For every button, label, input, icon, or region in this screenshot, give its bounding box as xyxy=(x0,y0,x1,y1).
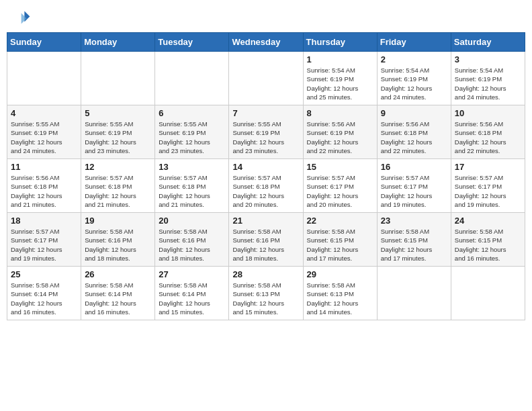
calendar-cell: 24Sunrise: 5:58 AMSunset: 6:15 PMDayligh… xyxy=(451,213,525,267)
day-info: Sunrise: 5:55 AMSunset: 6:19 PMDaylight:… xyxy=(85,120,151,155)
calendar-cell: 7Sunrise: 5:55 AMSunset: 6:19 PMDaylight… xyxy=(229,105,303,159)
calendar-cell: 27Sunrise: 5:58 AMSunset: 6:14 PMDayligh… xyxy=(155,267,229,320)
day-number: 27 xyxy=(159,269,225,279)
calendar-cell: 23Sunrise: 5:58 AMSunset: 6:15 PMDayligh… xyxy=(377,213,451,267)
calendar-week-row: 11Sunrise: 5:56 AMSunset: 6:18 PMDayligh… xyxy=(7,159,525,213)
day-number: 2 xyxy=(381,54,447,64)
day-number: 29 xyxy=(307,269,373,279)
calendar-cell: 5Sunrise: 5:55 AMSunset: 6:19 PMDaylight… xyxy=(81,105,155,159)
calendar-cell: 19Sunrise: 5:58 AMSunset: 6:16 PMDayligh… xyxy=(81,213,155,267)
calendar-cell: 3Sunrise: 5:54 AMSunset: 6:19 PMDaylight… xyxy=(451,52,525,105)
calendar-cell: 14Sunrise: 5:57 AMSunset: 6:18 PMDayligh… xyxy=(229,159,303,213)
day-info: Sunrise: 5:58 AMSunset: 6:13 PMDaylight:… xyxy=(232,281,299,316)
calendar-cell: 25Sunrise: 5:58 AMSunset: 6:14 PMDayligh… xyxy=(7,267,81,320)
day-number: 12 xyxy=(85,162,151,172)
day-of-week-header: Sunday xyxy=(7,33,81,52)
day-of-week-header: Wednesday xyxy=(229,33,303,52)
day-number: 6 xyxy=(159,108,225,118)
day-number: 20 xyxy=(159,216,225,226)
calendar-week-row: 25Sunrise: 5:58 AMSunset: 6:14 PMDayligh… xyxy=(7,267,525,320)
calendar-cell: 12Sunrise: 5:57 AMSunset: 6:18 PMDayligh… xyxy=(81,159,155,213)
calendar-table: SundayMondayTuesdayWednesdayThursdayFrid… xyxy=(7,32,525,320)
day-number: 28 xyxy=(232,269,299,279)
logo xyxy=(9,7,34,28)
day-info: Sunrise: 5:57 AMSunset: 6:18 PMDaylight:… xyxy=(232,173,299,209)
day-number: 4 xyxy=(11,108,77,118)
calendar-cell: 22Sunrise: 5:58 AMSunset: 6:15 PMDayligh… xyxy=(303,213,377,267)
calendar-cell: 10Sunrise: 5:56 AMSunset: 6:18 PMDayligh… xyxy=(451,105,525,159)
day-number: 26 xyxy=(85,269,151,279)
calendar-cell: 15Sunrise: 5:57 AMSunset: 6:17 PMDayligh… xyxy=(303,159,377,213)
day-info: Sunrise: 5:54 AMSunset: 6:19 PMDaylight:… xyxy=(307,66,373,101)
day-number: 13 xyxy=(159,162,225,172)
calendar-cell: 8Sunrise: 5:56 AMSunset: 6:19 PMDaylight… xyxy=(303,105,377,159)
day-info: Sunrise: 5:57 AMSunset: 6:18 PMDaylight:… xyxy=(85,173,151,209)
days-of-week-row: SundayMondayTuesdayWednesdayThursdayFrid… xyxy=(7,33,525,52)
calendar-week-row: 18Sunrise: 5:57 AMSunset: 6:17 PMDayligh… xyxy=(7,213,525,267)
calendar-cell: 26Sunrise: 5:58 AMSunset: 6:14 PMDayligh… xyxy=(81,267,155,320)
day-info: Sunrise: 5:57 AMSunset: 6:18 PMDaylight:… xyxy=(159,173,225,209)
day-number: 25 xyxy=(11,269,77,279)
calendar-week-row: 1Sunrise: 5:54 AMSunset: 6:19 PMDaylight… xyxy=(7,52,525,105)
day-number: 24 xyxy=(455,216,521,226)
day-info: Sunrise: 5:58 AMSunset: 6:13 PMDaylight:… xyxy=(307,281,373,316)
day-number: 15 xyxy=(307,162,373,172)
day-info: Sunrise: 5:58 AMSunset: 6:16 PMDaylight:… xyxy=(85,227,151,263)
calendar-cell: 13Sunrise: 5:57 AMSunset: 6:18 PMDayligh… xyxy=(155,159,229,213)
day-info: Sunrise: 5:55 AMSunset: 6:19 PMDaylight:… xyxy=(232,120,299,155)
calendar-cell xyxy=(81,52,155,105)
day-info: Sunrise: 5:58 AMSunset: 6:14 PMDaylight:… xyxy=(159,281,225,316)
day-number: 7 xyxy=(232,108,299,118)
day-number: 19 xyxy=(85,216,151,226)
day-info: Sunrise: 5:55 AMSunset: 6:19 PMDaylight:… xyxy=(11,120,77,155)
day-number: 10 xyxy=(455,108,521,118)
calendar-cell: 28Sunrise: 5:58 AMSunset: 6:13 PMDayligh… xyxy=(229,267,303,320)
day-number: 17 xyxy=(455,162,521,172)
day-info: Sunrise: 5:58 AMSunset: 6:16 PMDaylight:… xyxy=(232,227,299,263)
calendar-cell: 4Sunrise: 5:55 AMSunset: 6:19 PMDaylight… xyxy=(7,105,81,159)
day-info: Sunrise: 5:56 AMSunset: 6:18 PMDaylight:… xyxy=(381,120,447,155)
day-info: Sunrise: 5:57 AMSunset: 6:17 PMDaylight:… xyxy=(381,173,447,209)
calendar-cell: 21Sunrise: 5:58 AMSunset: 6:16 PMDayligh… xyxy=(229,213,303,267)
calendar-header: SundayMondayTuesdayWednesdayThursdayFrid… xyxy=(7,33,525,52)
day-info: Sunrise: 5:55 AMSunset: 6:19 PMDaylight:… xyxy=(159,120,225,155)
calendar-cell: 16Sunrise: 5:57 AMSunset: 6:17 PMDayligh… xyxy=(377,159,451,213)
day-info: Sunrise: 5:58 AMSunset: 6:16 PMDaylight:… xyxy=(159,227,225,263)
calendar-cell xyxy=(377,267,451,320)
calendar-cell: 29Sunrise: 5:58 AMSunset: 6:13 PMDayligh… xyxy=(303,267,377,320)
day-number: 8 xyxy=(307,108,373,118)
calendar-cell xyxy=(155,52,229,105)
calendar-cell xyxy=(451,267,525,320)
day-number: 22 xyxy=(307,216,373,226)
day-of-week-header: Monday xyxy=(81,33,155,52)
day-number: 14 xyxy=(232,162,299,172)
day-info: Sunrise: 5:54 AMSunset: 6:19 PMDaylight:… xyxy=(455,66,521,101)
day-of-week-header: Thursday xyxy=(303,33,377,52)
day-number: 3 xyxy=(455,54,521,64)
day-of-week-header: Friday xyxy=(377,33,451,52)
day-info: Sunrise: 5:56 AMSunset: 6:18 PMDaylight:… xyxy=(11,173,77,209)
day-number: 23 xyxy=(381,216,447,226)
svg-marker-0 xyxy=(24,11,30,21)
calendar-cell xyxy=(7,52,81,105)
logo-icon xyxy=(9,7,31,28)
calendar-cell: 2Sunrise: 5:54 AMSunset: 6:19 PMDaylight… xyxy=(377,52,451,105)
calendar-cell: 18Sunrise: 5:57 AMSunset: 6:17 PMDayligh… xyxy=(7,213,81,267)
calendar-cell: 20Sunrise: 5:58 AMSunset: 6:16 PMDayligh… xyxy=(155,213,229,267)
calendar-cell: 17Sunrise: 5:57 AMSunset: 6:17 PMDayligh… xyxy=(451,159,525,213)
day-info: Sunrise: 5:54 AMSunset: 6:19 PMDaylight:… xyxy=(381,66,447,101)
day-info: Sunrise: 5:57 AMSunset: 6:17 PMDaylight:… xyxy=(11,227,77,263)
day-info: Sunrise: 5:56 AMSunset: 6:18 PMDaylight:… xyxy=(455,120,521,155)
day-info: Sunrise: 5:56 AMSunset: 6:19 PMDaylight:… xyxy=(307,120,373,155)
day-number: 5 xyxy=(85,108,151,118)
day-info: Sunrise: 5:58 AMSunset: 6:15 PMDaylight:… xyxy=(455,227,521,263)
day-number: 1 xyxy=(307,54,373,64)
day-info: Sunrise: 5:58 AMSunset: 6:15 PMDaylight:… xyxy=(381,227,447,263)
day-info: Sunrise: 5:58 AMSunset: 6:14 PMDaylight:… xyxy=(85,281,151,316)
header xyxy=(7,7,525,28)
calendar-cell: 1Sunrise: 5:54 AMSunset: 6:19 PMDaylight… xyxy=(303,52,377,105)
calendar-cell: 11Sunrise: 5:56 AMSunset: 6:18 PMDayligh… xyxy=(7,159,81,213)
day-of-week-header: Tuesday xyxy=(155,33,229,52)
calendar-cell: 6Sunrise: 5:55 AMSunset: 6:19 PMDaylight… xyxy=(155,105,229,159)
day-number: 16 xyxy=(381,162,447,172)
